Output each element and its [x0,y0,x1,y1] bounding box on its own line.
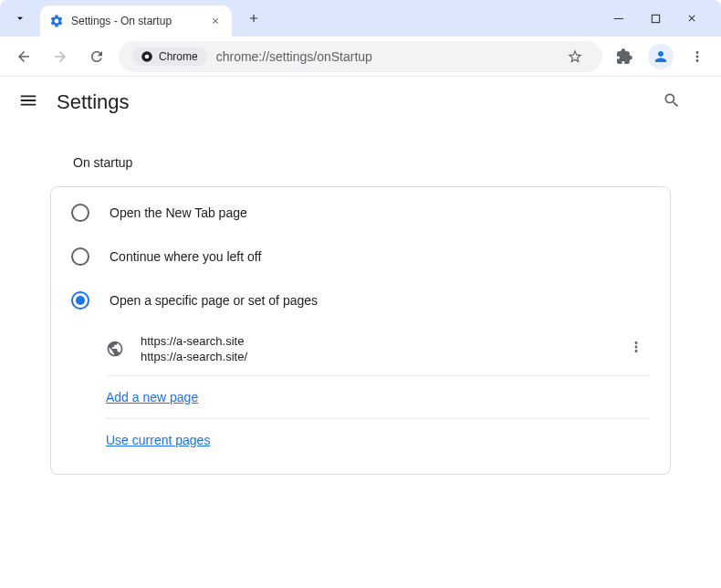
bookmark-button[interactable] [560,42,590,71]
star-icon [567,48,583,65]
address-bar[interactable]: Chrome chrome://settings/onStartup [119,41,602,72]
radio-icon [71,247,89,266]
url-text: chrome://settings/onStartup [216,49,372,64]
browser-toolbar: Chrome chrome://settings/onStartup [0,37,721,77]
add-page-link[interactable]: Add a new page [106,390,198,404]
reload-icon [89,48,105,65]
tab-close-button[interactable] [208,14,223,28]
close-icon [686,13,697,24]
settings-content: On startup Open the New Tab page Continu… [0,128,721,486]
page-title-text: https://a-search.site [141,334,622,348]
search-icon [663,91,681,110]
profile-button[interactable] [646,42,675,71]
new-tab-button[interactable] [241,5,266,31]
option-specific-pages[interactable]: Open a specific page or set of pages [51,278,670,322]
maximize-icon [651,14,661,24]
window-controls [597,5,714,31]
add-page-row: Add a new page [106,376,650,419]
gear-icon [49,14,64,28]
maximize-button[interactable] [643,5,668,31]
svg-rect-0 [614,18,623,19]
page-url-text: https://a-search.site/ [141,350,622,363]
page-info: https://a-search.site https://a-search.s… [141,334,622,363]
plus-icon [247,12,260,25]
reload-button[interactable] [82,42,111,71]
browser-tab[interactable]: Settings - On startup [40,5,232,37]
avatar-icon [648,44,674,69]
option-continue[interactable]: Continue where you left off [51,235,670,278]
use-current-link[interactable]: Use current pages [106,433,210,447]
globe-icon [106,340,124,358]
tab-title: Settings - On startup [71,15,208,27]
arrow-right-icon [52,48,68,65]
section-title: On startup [73,155,684,170]
arrow-left-icon [16,48,32,65]
chevron-down-icon [14,12,26,25]
pages-list: https://a-search.site https://a-search.s… [51,322,670,470]
forward-button[interactable] [46,42,75,71]
close-window-button[interactable] [679,5,705,31]
window-titlebar: Settings - On startup [0,0,721,37]
extensions-button[interactable] [610,42,639,71]
minimize-button[interactable] [606,5,632,31]
radio-label: Continue where you left off [110,249,261,264]
use-current-row: Use current pages [106,419,650,461]
kebab-icon [689,48,705,65]
radio-label: Open a specific page or set of pages [110,293,318,308]
settings-header: Settings [0,77,721,128]
option-new-tab[interactable]: Open the New Tab page [51,191,670,235]
radio-icon [71,204,89,222]
tab-search-dropdown[interactable] [7,5,33,31]
hamburger-icon [18,90,38,110]
chrome-chip-label: Chrome [159,50,198,63]
close-icon [211,16,220,26]
svg-point-3 [145,54,150,58]
startup-page-row: https://a-search.site https://a-search.s… [106,322,650,376]
chrome-icon [141,50,153,63]
menu-button[interactable] [683,42,712,71]
minimize-icon [613,13,624,24]
chrome-chip: Chrome [131,47,207,66]
kebab-icon [628,339,644,355]
radio-icon [71,291,89,310]
svg-rect-1 [652,15,659,22]
page-actions-button[interactable] [622,333,650,364]
menu-toggle-button[interactable] [18,90,38,114]
radio-label: Open the New Tab page [110,205,247,220]
search-settings-button[interactable] [663,91,681,113]
page-title: Settings [57,90,130,114]
back-button[interactable] [9,42,38,71]
puzzle-icon [616,48,632,65]
startup-card: Open the New Tab page Continue where you… [50,186,671,475]
